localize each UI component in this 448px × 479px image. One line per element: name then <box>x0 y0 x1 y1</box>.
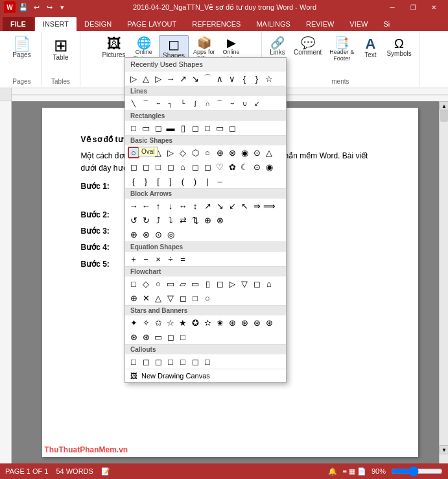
shape-item[interactable]: ▷ <box>152 73 164 84</box>
shape-arrow[interactable]: ⊗ <box>140 228 152 240</box>
shape-basic[interactable]: ♡ <box>214 161 226 173</box>
shape-line[interactable]: ∪ <box>239 97 250 109</box>
shape-star[interactable]: ☆ <box>165 317 176 328</box>
shape-basic[interactable]: ◉ <box>239 147 250 158</box>
shape-arrow[interactable]: ⟹ <box>263 200 275 212</box>
shape-flow[interactable]: ◇ <box>140 278 152 289</box>
links-button[interactable]: 🔗 Links <box>266 35 289 58</box>
shape-basic[interactable]: ☾ <box>239 161 250 173</box>
shape-callout[interactable]: □ <box>177 356 189 367</box>
shape-arrow[interactable]: ← <box>140 200 152 212</box>
shape-line[interactable]: ⌣ <box>226 97 238 109</box>
shape-flow[interactable]: ▭ <box>189 278 201 289</box>
shape-line[interactable]: ⌒ <box>140 97 152 109</box>
customize-icon[interactable]: ▾ <box>57 2 67 12</box>
shape-banner[interactable]: ◻ <box>165 331 176 343</box>
shape-star[interactable]: ✬ <box>214 317 226 328</box>
shape-star[interactable]: ✦ <box>128 317 139 328</box>
shape-rect[interactable]: ▭ <box>140 122 152 134</box>
shape-basic[interactable]: ⬡ <box>189 147 201 158</box>
shape-arrow[interactable]: ⊗ <box>214 214 226 226</box>
shape-flow[interactable]: ⊕ <box>128 292 139 304</box>
shape-arrow[interactable]: ⤵ <box>165 214 176 226</box>
shape-basic[interactable]: ◻ <box>140 161 152 173</box>
shape-basic[interactable]: ◉ <box>263 161 275 173</box>
shape-flow[interactable]: △ <box>152 292 164 304</box>
shape-line[interactable]: ↙ <box>251 97 263 109</box>
table-button[interactable]: ⊞ Table <box>49 35 73 63</box>
shape-basic[interactable]: ◻ <box>189 161 201 173</box>
shape-callout[interactable]: ◻ <box>189 356 201 367</box>
redo-icon[interactable]: ↪ <box>44 2 54 12</box>
shape-basic[interactable]: [ <box>152 175 164 187</box>
shape-flow[interactable]: ◻ <box>177 292 189 304</box>
shape-flow[interactable]: □ <box>189 292 201 304</box>
shape-line[interactable]: ⌒ <box>214 97 226 109</box>
shape-star[interactable]: ✧ <box>140 317 152 328</box>
shape-callout[interactable]: □ <box>202 356 213 367</box>
close-button[interactable]: ✕ <box>423 0 444 14</box>
shape-basic[interactable]: ◻ <box>165 161 176 173</box>
tab-view[interactable]: VIEW <box>342 17 375 31</box>
shape-basic[interactable]: △ <box>263 147 275 158</box>
shape-arrow[interactable]: ⇒ <box>251 200 263 212</box>
shape-flow[interactable]: ▽ <box>165 292 176 304</box>
shape-callout[interactable]: ◻ <box>152 356 164 367</box>
tab-file[interactable]: FILE <box>3 17 34 31</box>
shape-basic[interactable]: ◇ <box>177 147 189 158</box>
shape-line[interactable]: ∩ <box>202 97 213 109</box>
shape-basic[interactable]: ✿ <box>226 161 238 173</box>
shape-flow[interactable]: ▯ <box>202 278 213 289</box>
shape-eq[interactable]: × <box>152 253 164 265</box>
tab-review[interactable]: REVIEW <box>298 17 342 31</box>
shape-basic[interactable]: □ <box>152 161 164 173</box>
shape-arrow[interactable]: ⇅ <box>189 214 201 226</box>
shape-arrow[interactable]: ◎ <box>165 228 176 240</box>
shape-item[interactable]: ▷ <box>128 73 139 84</box>
shape-eq[interactable]: + <box>128 253 139 265</box>
shape-basic[interactable]: ⌂ <box>177 161 189 173</box>
shape-basic[interactable]: { <box>128 175 139 187</box>
shape-basic[interactable]: – <box>214 175 226 187</box>
tab-more[interactable]: Si <box>375 17 397 31</box>
scrollbar-vertical[interactable]: ▼ ▲ <box>439 101 448 463</box>
shape-item[interactable]: ↗ <box>177 73 189 84</box>
shape-banner[interactable]: □ <box>177 331 189 343</box>
shape-line[interactable]: ╲ <box>128 97 139 109</box>
tab-page-layout[interactable]: PAGE LAYOUT <box>119 17 184 31</box>
scroll-up-button[interactable]: ▲ <box>440 101 448 110</box>
shape-arrow[interactable]: ⊕ <box>202 214 213 226</box>
shape-basic[interactable]: ◻ <box>202 161 213 173</box>
shape-basic[interactable]: ⊙ <box>251 161 263 173</box>
shape-arrow[interactable]: ↖ <box>239 200 250 212</box>
shape-basic[interactable]: ⊗ <box>226 147 238 158</box>
shape-basic[interactable]: } <box>140 175 152 187</box>
shape-banner[interactable]: ⊛ <box>140 331 152 343</box>
shape-arrow[interactable]: → <box>128 200 139 212</box>
shape-callout[interactable]: □ <box>128 356 139 367</box>
shape-arrow[interactable]: ↑ <box>152 200 164 212</box>
shape-star[interactable]: ⊛ <box>263 317 275 328</box>
shape-line[interactable]: └ <box>177 97 189 109</box>
shape-banner[interactable]: ▭ <box>152 331 164 343</box>
undo-icon[interactable]: ↩ <box>31 2 41 12</box>
shape-basic[interactable]: ○ <box>202 147 213 158</box>
shape-callout[interactable]: ◻ <box>140 356 152 367</box>
shape-oval[interactable]: ○ Oval <box>128 147 139 158</box>
shape-item[interactable]: ☆ <box>263 73 275 84</box>
shape-flow[interactable]: ▭ <box>165 278 176 289</box>
shape-star[interactable]: ⊛ <box>226 317 238 328</box>
shape-callout[interactable]: □ <box>165 356 176 367</box>
shape-star[interactable]: ⊛ <box>239 317 250 328</box>
shape-rect[interactable]: □ <box>128 122 139 134</box>
tab-mailings[interactable]: MAILINGS <box>248 17 298 31</box>
shape-arrow[interactable]: ↙ <box>226 200 238 212</box>
shape-rect[interactable]: □ <box>202 122 213 134</box>
shape-line[interactable]: ∫ <box>189 97 201 109</box>
shape-arrow[interactable]: ↺ <box>128 214 139 226</box>
shape-item[interactable]: → <box>165 73 176 84</box>
shape-line[interactable]: ┐ <box>165 97 176 109</box>
shape-rect[interactable]: ◻ <box>189 122 201 134</box>
header-footer-button[interactable]: 📑 Header &Footer <box>326 35 357 64</box>
text-button[interactable]: A Text <box>359 35 382 60</box>
